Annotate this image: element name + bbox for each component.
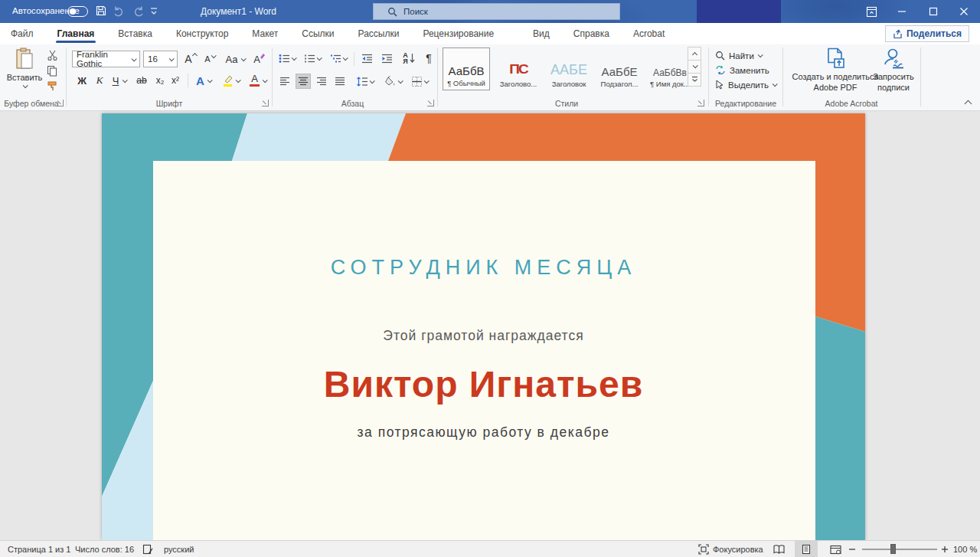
maximize-button[interactable]	[917, 0, 949, 23]
align-center-button[interactable]	[296, 74, 311, 89]
replace-button[interactable]: Заменить	[715, 64, 769, 77]
save-icon[interactable]	[95, 5, 107, 17]
bold-button[interactable]: Ж	[75, 72, 89, 89]
styles-gallery-more-button[interactable]	[688, 73, 701, 87]
paste-dropdown-icon[interactable]	[22, 83, 28, 88]
align-left-button[interactable]	[277, 74, 292, 89]
certificate-heading[interactable]: СОТРУДНИК МЕСЯЦА	[102, 256, 865, 280]
styles-scroll-down-button[interactable]	[688, 60, 701, 74]
text-effects-button[interactable]: А	[193, 72, 214, 89]
account-area[interactable]	[697, 0, 781, 23]
font-dialog-launcher[interactable]	[262, 100, 269, 106]
certificate-subtitle[interactable]: Этой грамотой награждается	[102, 328, 865, 344]
find-button[interactable]: Найти	[715, 49, 762, 62]
zoom-slider-handle[interactable]	[890, 544, 896, 554]
read-mode-button[interactable]	[767, 541, 790, 557]
font-color-button[interactable]: А	[247, 72, 270, 89]
grow-font-button[interactable]: А	[182, 51, 199, 67]
style-docname[interactable]: АаБбВв ¶ Имя док...	[646, 48, 694, 90]
certificate-page[interactable]: СОТРУДНИК МЕСЯЦА Этой грамотой награждае…	[102, 113, 865, 540]
style-heading1[interactable]: ПС Заголово...	[495, 48, 542, 90]
underline-button[interactable]: Ч	[109, 72, 130, 89]
document-area[interactable]: СОТРУДНИК МЕСЯЦА Этой грамотой награждае…	[0, 111, 980, 540]
minimize-button[interactable]	[886, 0, 918, 23]
select-button[interactable]: Выделить	[715, 78, 776, 91]
subscript-button[interactable]: x₂	[153, 72, 167, 89]
styles-scroll-up-button[interactable]	[688, 47, 701, 61]
zoom-slider-track[interactable]	[862, 549, 937, 550]
word-count-indicator[interactable]: Число слов: 16	[75, 541, 134, 557]
search-input[interactable]	[403, 7, 595, 16]
cut-button[interactable]	[44, 49, 60, 61]
increase-indent-button[interactable]	[378, 51, 395, 66]
tab-references[interactable]: Ссылки	[300, 24, 335, 44]
style-normal[interactable]: АаБбВ ¶ Обычный	[443, 48, 490, 90]
strikethrough-button[interactable]: ab	[133, 72, 150, 89]
change-case-button[interactable]: Аа	[224, 51, 247, 67]
paragraph-group-label: Абзац	[274, 99, 431, 108]
print-layout-icon	[802, 544, 811, 555]
tab-help[interactable]: Справка	[572, 24, 611, 44]
borders-button[interactable]	[407, 74, 432, 89]
format-painter-button[interactable]	[44, 80, 60, 92]
numbering-button[interactable]	[302, 51, 323, 66]
focus-mode-button[interactable]: Фокусировка	[698, 541, 763, 557]
superscript-button[interactable]: x²	[168, 72, 182, 89]
style-subtitle[interactable]: АаБбЕ Подзагол...	[596, 48, 643, 90]
style-title[interactable]: ААБЕ Заголовок	[545, 48, 593, 90]
tab-insert[interactable]: Вставка	[116, 24, 154, 44]
paragraph-dialog-launcher[interactable]	[427, 100, 434, 106]
align-right-button[interactable]	[314, 74, 329, 89]
language-indicator[interactable]: русский	[164, 541, 194, 557]
certificate-recipient-name[interactable]: Виктор Игнатьев	[102, 363, 865, 405]
tab-acrobat[interactable]: Acrobat	[632, 24, 666, 44]
web-layout-button[interactable]	[824, 541, 847, 557]
tab-review[interactable]: Рецензирование	[421, 24, 495, 44]
multilevel-list-button[interactable]	[328, 51, 349, 66]
decrease-indent-icon	[361, 54, 373, 64]
proofing-status[interactable]	[142, 541, 153, 557]
autosave-toggle[interactable]	[67, 6, 88, 17]
paste-button[interactable]: Вставить	[6, 48, 43, 95]
print-layout-button[interactable]	[795, 541, 818, 557]
tab-layout[interactable]: Макет	[250, 24, 279, 44]
toggle-knob	[70, 8, 76, 15]
show-formatting-button[interactable]: ¶	[421, 49, 436, 67]
font-family-combo[interactable]: Franklin Gothic	[72, 51, 140, 67]
page-number-indicator[interactable]: Страница 1 из 1	[8, 541, 70, 557]
close-button[interactable]	[948, 0, 980, 23]
quick-access-menu-icon[interactable]	[150, 7, 158, 16]
shrink-font-button[interactable]: А	[202, 51, 217, 67]
ribbon-display-options-button[interactable]	[855, 0, 887, 23]
highlight-button[interactable]	[219, 72, 242, 89]
request-signatures-button[interactable]: Запросить подписи	[868, 48, 919, 93]
tab-mailings[interactable]: Рассылки	[357, 24, 401, 44]
clear-formatting-button[interactable]: А	[251, 51, 268, 67]
share-button[interactable]: Поделиться	[885, 25, 969, 42]
sort-button[interactable]: АЯ	[400, 49, 418, 67]
clipboard-dialog-launcher[interactable]	[57, 100, 64, 106]
proofing-icon	[142, 544, 153, 555]
line-spacing-button[interactable]	[352, 74, 377, 89]
justify-button[interactable]	[332, 74, 348, 89]
certificate-reason[interactable]: за потрясающую работу в декабре	[102, 424, 865, 441]
collapse-ribbon-button[interactable]	[965, 100, 972, 108]
italic-button[interactable]: К	[93, 72, 106, 89]
zoom-level-indicator[interactable]: 100 %	[953, 541, 977, 557]
tab-design[interactable]: Конструктор	[175, 24, 230, 44]
decrease-indent-button[interactable]	[358, 51, 375, 66]
zoom-out-button[interactable]	[848, 541, 856, 557]
styles-dialog-launcher[interactable]	[697, 100, 704, 106]
bullets-button[interactable]	[277, 51, 297, 66]
copy-button[interactable]	[44, 64, 60, 77]
search-box[interactable]	[373, 3, 620, 20]
copy-icon	[47, 65, 57, 77]
tab-view[interactable]: Вид	[531, 24, 551, 44]
zoom-in-button[interactable]	[941, 541, 949, 557]
font-size-combo[interactable]: 16	[143, 51, 178, 67]
lightblue-top-shape	[232, 113, 406, 161]
shading-button[interactable]	[381, 74, 404, 89]
tab-file[interactable]: Файл	[9, 24, 35, 44]
tab-home[interactable]: Главная	[56, 24, 96, 44]
signature-person-icon	[883, 48, 904, 69]
